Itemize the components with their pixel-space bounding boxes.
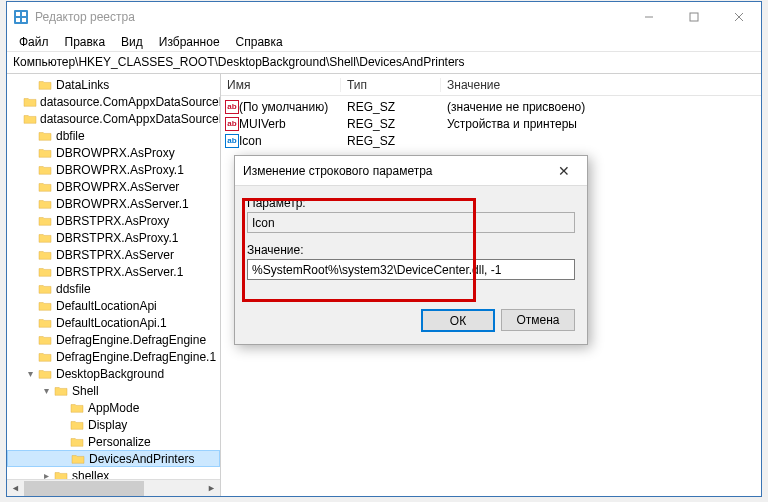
expand-open-icon[interactable]: ▾ xyxy=(23,368,37,379)
close-button[interactable] xyxy=(716,2,761,32)
scroll-thumb[interactable] xyxy=(24,481,144,496)
tree-item-label: DBRSTPRX.AsProxy xyxy=(56,214,169,228)
tree-item-label: DefragEngine.DefragEngine xyxy=(56,333,206,347)
value-data: Устройства и принтеры xyxy=(441,117,761,131)
tree-item[interactable]: Display xyxy=(7,416,220,433)
maximize-button[interactable] xyxy=(671,2,716,32)
expand-open-icon[interactable]: ▾ xyxy=(39,385,53,396)
tree-item[interactable]: datasource.ComAppxDataSourceP xyxy=(7,110,220,127)
tree-item[interactable]: DBRSTPRX.AsProxy.1 xyxy=(7,229,220,246)
tree-item[interactable]: ▾Shell xyxy=(7,382,220,399)
tree-item-label: Display xyxy=(88,418,127,432)
col-name[interactable]: Имя xyxy=(221,78,341,92)
menu-favorites[interactable]: Избранное xyxy=(151,33,228,51)
tree-item-label: DesktopBackground xyxy=(56,367,164,381)
tree-item-label: Shell xyxy=(72,384,99,398)
reg-string-icon: ab xyxy=(221,100,239,114)
folder-icon xyxy=(37,350,53,364)
value-type: REG_SZ xyxy=(341,117,441,131)
scroll-left-icon[interactable]: ◄ xyxy=(7,480,24,497)
tree-item[interactable]: DefragEngine.DefragEngine xyxy=(7,331,220,348)
minimize-button[interactable] xyxy=(626,2,671,32)
tree-item-label: datasource.ComAppxDataSourceP xyxy=(40,112,221,126)
tree-item[interactable]: DBROWPRX.AsProxy.1 xyxy=(7,161,220,178)
tree-item-label: DBROWPRX.AsProxy.1 xyxy=(56,163,184,177)
value-name: (По умолчанию) xyxy=(239,100,341,114)
folder-icon xyxy=(37,333,53,347)
tree-item[interactable]: ddsfile xyxy=(7,280,220,297)
tree-item[interactable]: DataLinks xyxy=(7,76,220,93)
menu-help[interactable]: Справка xyxy=(228,33,291,51)
tree-item-label: DataLinks xyxy=(56,78,109,92)
param-label: Параметр: xyxy=(247,196,575,210)
app-icon xyxy=(13,9,29,25)
folder-icon xyxy=(37,282,53,296)
tree-item[interactable]: DefaultLocationApi.1 xyxy=(7,314,220,331)
svg-rect-4 xyxy=(22,18,26,22)
value-label: Значение: xyxy=(247,243,575,257)
tree-item[interactable]: DBRSTPRX.AsServer xyxy=(7,246,220,263)
tree-item[interactable]: DefragEngine.DefragEngine.1 xyxy=(7,348,220,365)
tree-item[interactable]: Personalize xyxy=(7,433,220,450)
tree-item[interactable]: AppMode xyxy=(7,399,220,416)
folder-icon xyxy=(37,180,53,194)
tree-item[interactable]: DBROWPRX.AsServer.1 xyxy=(7,195,220,212)
dialog-close-button[interactable]: ✕ xyxy=(549,163,579,179)
folder-icon xyxy=(37,146,53,160)
scroll-right-icon[interactable]: ► xyxy=(203,480,220,497)
folder-icon xyxy=(37,78,53,92)
col-type[interactable]: Тип xyxy=(341,78,441,92)
titlebar: Редактор реестра xyxy=(7,2,761,32)
value-row[interactable]: abIconREG_SZ xyxy=(221,132,761,149)
tree-item[interactable]: DBROWPRX.AsProxy xyxy=(7,144,220,161)
svg-rect-3 xyxy=(16,18,20,22)
tree-item-label: dbfile xyxy=(56,129,85,143)
tree-item-label: DefaultLocationApi xyxy=(56,299,157,313)
tree-pane[interactable]: DataLinksdatasource.ComAppxDataSourcePda… xyxy=(7,74,221,496)
col-value[interactable]: Значение xyxy=(441,78,761,92)
folder-icon xyxy=(53,384,69,398)
tree-item-label: DefragEngine.DefragEngine.1 xyxy=(56,350,216,364)
menu-file[interactable]: Файл xyxy=(11,33,57,51)
address-bar[interactable]: Компьютер\HKEY_CLASSES_ROOT\DesktopBackg… xyxy=(7,52,761,74)
tree-item[interactable]: DBROWPRX.AsServer xyxy=(7,178,220,195)
tree-item-label: AppMode xyxy=(88,401,139,415)
edit-string-dialog: Изменение строкового параметра ✕ Парамет… xyxy=(234,155,588,345)
ok-button[interactable]: ОК xyxy=(421,309,495,332)
cancel-button[interactable]: Отмена xyxy=(501,309,575,331)
dialog-title: Изменение строкового параметра xyxy=(243,164,549,178)
tree-item-label: datasource.ComAppxDataSourceP xyxy=(40,95,221,109)
svg-rect-6 xyxy=(690,13,698,21)
folder-icon xyxy=(70,452,86,466)
tree-item-label: DevicesAndPrinters xyxy=(89,452,194,466)
tree-item[interactable]: datasource.ComAppxDataSourceP xyxy=(7,93,220,110)
tree-item[interactable]: DevicesAndPrinters xyxy=(7,450,220,467)
tree-item-label: DBRSTPRX.AsServer xyxy=(56,248,174,262)
tree-item[interactable]: DefaultLocationApi xyxy=(7,297,220,314)
param-input xyxy=(247,212,575,233)
tree-item[interactable]: dbfile xyxy=(7,127,220,144)
tree-item[interactable]: DBRSTPRX.AsProxy xyxy=(7,212,220,229)
value-type: REG_SZ xyxy=(341,134,441,148)
tree-item-label: ddsfile xyxy=(56,282,91,296)
dialog-titlebar: Изменение строкового параметра ✕ xyxy=(235,156,587,186)
window-title: Редактор реестра xyxy=(35,10,626,24)
tree-item-label: DBRSTPRX.AsProxy.1 xyxy=(56,231,178,245)
folder-icon xyxy=(69,435,85,449)
tree-item[interactable]: DBRSTPRX.AsServer.1 xyxy=(7,263,220,280)
value-name: MUIVerb xyxy=(239,117,341,131)
tree-item-label: DBROWPRX.AsServer xyxy=(56,180,179,194)
folder-icon xyxy=(37,248,53,262)
tree-horizontal-scrollbar[interactable]: ◄ ► xyxy=(7,479,220,496)
tree-item-label: DBROWPRX.AsServer.1 xyxy=(56,197,189,211)
folder-icon xyxy=(23,95,37,109)
value-row[interactable]: abMUIVerbREG_SZУстройства и принтеры xyxy=(221,115,761,132)
menu-view[interactable]: Вид xyxy=(113,33,151,51)
tree-item[interactable]: ▾DesktopBackground xyxy=(7,365,220,382)
column-headers: Имя Тип Значение xyxy=(221,74,761,96)
tree-item-label: DBROWPRX.AsProxy xyxy=(56,146,175,160)
value-data: (значение не присвоено) xyxy=(441,100,761,114)
menu-edit[interactable]: Правка xyxy=(57,33,114,51)
value-input[interactable] xyxy=(247,259,575,280)
value-row[interactable]: ab(По умолчанию)REG_SZ(значение не присв… xyxy=(221,98,761,115)
